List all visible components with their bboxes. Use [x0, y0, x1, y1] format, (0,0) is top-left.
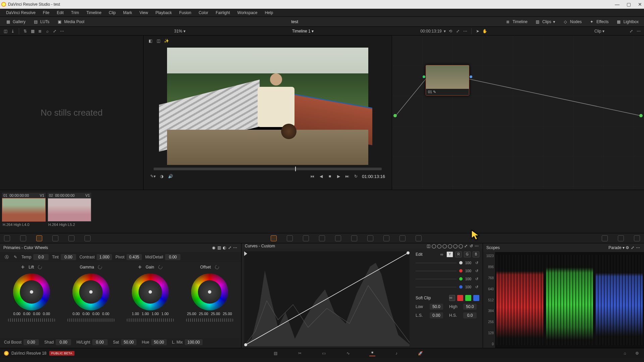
- list-view-icon[interactable]: ≣: [37, 28, 43, 34]
- pointer-tool-icon[interactable]: ➤: [475, 28, 480, 34]
- color-wheels-palette-icon[interactable]: [36, 235, 42, 241]
- split-wipe-icon[interactable]: ◫: [156, 38, 161, 44]
- pivot-field[interactable]: Pivot0.435: [115, 254, 142, 260]
- luts-toggle[interactable]: ▤LUTs: [30, 18, 52, 25]
- menu-view[interactable]: View: [136, 9, 152, 16]
- wheels-mode-icon[interactable]: ◉: [211, 245, 216, 250]
- sat-field[interactable]: Sat50.00: [113, 339, 137, 345]
- lift-reset-icon[interactable]: [37, 264, 43, 270]
- fairlight-page-icon[interactable]: ♪: [393, 350, 399, 356]
- curves-channel-r[interactable]: R: [455, 251, 462, 257]
- loop-button[interactable]: ↻: [353, 174, 359, 179]
- shad-field[interactable]: Shad0.00: [44, 339, 71, 345]
- tint-field[interactable]: Tint0.00: [52, 254, 76, 260]
- reset-b-icon[interactable]: ↺: [474, 284, 479, 290]
- last-frame-button[interactable]: ⏭: [344, 174, 350, 179]
- menu-mark[interactable]: Mark: [120, 9, 136, 16]
- play-button[interactable]: ▶: [336, 174, 341, 179]
- node-more-icon[interactable]: ⋯: [636, 28, 641, 34]
- info-palette-icon[interactable]: [634, 235, 640, 241]
- curves-custom-icon[interactable]: ◫: [426, 243, 431, 249]
- motion-effects-palette-icon[interactable]: [85, 235, 91, 241]
- stop-button[interactable]: ■: [327, 174, 332, 179]
- timeline-dropdown[interactable]: Timeline 1 ▾: [292, 29, 314, 34]
- nodes-toggle[interactable]: ◇Nodes: [560, 18, 584, 25]
- bypass-icon[interactable]: ⟲: [448, 28, 453, 34]
- curves-palette-icon[interactable]: [271, 235, 277, 241]
- menu-playback[interactable]: Playback: [152, 9, 175, 16]
- curves-svl-icon[interactable]: ◯: [458, 243, 463, 249]
- curves-graph[interactable]: [241, 249, 412, 349]
- curve-intensity-b[interactable]: 100↺: [416, 284, 479, 290]
- warper-palette-icon[interactable]: [287, 235, 293, 241]
- clips-toggle[interactable]: ▥Clips▾: [532, 18, 558, 25]
- gamma-jog[interactable]: [67, 318, 114, 322]
- softclip-low-value[interactable]: 50.0: [430, 304, 443, 310]
- lummix-field[interactable]: L. Mix100.00: [172, 339, 203, 345]
- camera-raw-palette-icon[interactable]: [4, 235, 10, 241]
- close-button[interactable]: ✕: [637, 2, 643, 7]
- colboost-field[interactable]: Col Boost0.00: [4, 339, 39, 345]
- bars-mode-icon[interactable]: ▥: [216, 245, 222, 250]
- hdr-palette-palette-icon[interactable]: [52, 235, 58, 241]
- color-match-palette-icon[interactable]: [20, 235, 26, 241]
- reset-g-icon[interactable]: ↺: [474, 276, 479, 282]
- color-page-icon[interactable]: ✶: [369, 350, 375, 356]
- curve-intensity-r[interactable]: 100↺: [416, 268, 479, 274]
- gain-crosshair-icon[interactable]: ✛: [138, 265, 142, 269]
- curve-intensity-y[interactable]: 100↺: [416, 260, 479, 265]
- curves-lvs-icon[interactable]: ◯: [447, 243, 452, 249]
- reset-r-icon[interactable]: ↺: [474, 268, 479, 274]
- temp-field[interactable]: Temp0.0: [21, 254, 49, 260]
- softclip-g-button[interactable]: [465, 295, 471, 301]
- effects-toggle[interactable]: ✦Effects: [586, 18, 611, 25]
- curves-reset-icon[interactable]: ↺: [469, 243, 474, 249]
- viewer-scrubber[interactable]: [154, 168, 382, 170]
- timeline-toggle[interactable]: ≣Timeline: [502, 18, 530, 25]
- reset-y-icon[interactable]: ↺: [474, 260, 479, 265]
- auto-balance-icon[interactable]: Ⓐ: [4, 254, 9, 260]
- sizing-palette-icon[interactable]: [399, 235, 406, 241]
- media-page-icon[interactable]: ▤: [273, 350, 279, 356]
- pick-white-icon[interactable]: ✎: [13, 254, 18, 260]
- clip-thumbnail-02[interactable]: 0200:00:00:00V1 H.264 High L5.2: [48, 193, 91, 228]
- expand-icon[interactable]: ⤢: [52, 28, 57, 34]
- fusion-page-icon[interactable]: ∿: [345, 350, 351, 356]
- key-palette-icon[interactable]: [383, 235, 389, 241]
- rgb-mixer-palette-icon[interactable]: [68, 235, 74, 241]
- softclip-link-icon[interactable]: ∞: [449, 295, 455, 301]
- menu-trim[interactable]: Trim: [68, 9, 83, 16]
- mute-icon[interactable]: 🔊: [168, 174, 173, 179]
- curves-hvl-icon[interactable]: ◯: [442, 243, 447, 249]
- tracker-palette-icon[interactable]: [335, 235, 341, 241]
- hue-field[interactable]: Hue50.00: [142, 339, 167, 345]
- menu-color[interactable]: Color: [195, 9, 212, 16]
- lift-values[interactable]: 0.000.000.000.00: [13, 312, 50, 316]
- thumb-view-icon[interactable]: ▦: [30, 28, 35, 34]
- curves-svs-icon[interactable]: ◯: [452, 243, 458, 249]
- offset-jog[interactable]: [186, 318, 233, 322]
- export-still-icon[interactable]: ⤓: [10, 28, 15, 34]
- node-graph[interactable]: 01 ✎: [392, 36, 644, 190]
- lift-jog[interactable]: [8, 318, 55, 322]
- curves-hvs-icon[interactable]: ◯: [436, 243, 442, 249]
- edit-page-icon[interactable]: ▭: [321, 350, 327, 356]
- color-node-01[interactable]: 01 ✎: [426, 65, 469, 96]
- menu-davinci[interactable]: DaVinci Resolve: [3, 9, 39, 16]
- scopes-palette-icon[interactable]: [618, 235, 624, 241]
- prev-frame-button[interactable]: ◀: [318, 174, 324, 179]
- tc-chevron-icon[interactable]: ▾: [444, 29, 446, 34]
- lift-crosshair-icon[interactable]: ✛: [21, 265, 24, 269]
- menu-file[interactable]: File: [40, 9, 53, 16]
- primaries-more-icon[interactable]: ⋯: [232, 245, 238, 250]
- offset-reset-icon[interactable]: [214, 264, 219, 270]
- gain-reset-icon[interactable]: [157, 264, 163, 270]
- home-button-icon[interactable]: ⌂: [622, 350, 628, 356]
- hand-tool-icon[interactable]: ✋: [482, 28, 488, 34]
- scopes-options-icon[interactable]: ⚙: [625, 245, 630, 250]
- offset-values[interactable]: 25.0025.0025.0025.00: [187, 312, 232, 316]
- node-output-icon[interactable]: [470, 75, 472, 78]
- minimize-button[interactable]: —: [614, 2, 620, 7]
- viewer-canvas[interactable]: [167, 48, 368, 165]
- menu-fusion[interactable]: Fusion: [176, 9, 195, 16]
